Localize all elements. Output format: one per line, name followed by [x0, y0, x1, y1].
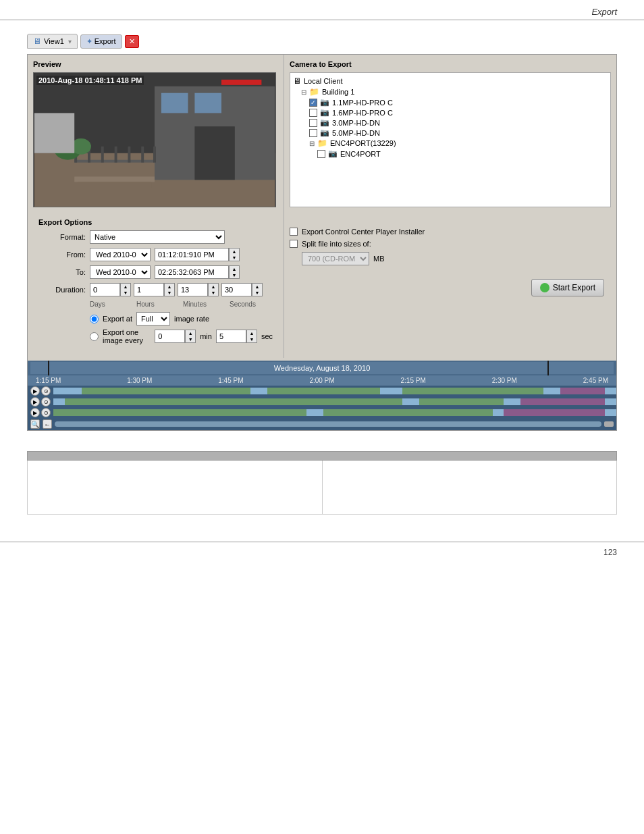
from-row: From: Wed 2010-08-18 ▲ ▼	[38, 248, 273, 261]
seconds-up[interactable]: ▲	[252, 284, 262, 290]
min-arrows: ▲ ▼	[185, 330, 196, 343]
svg-rect-4	[161, 93, 188, 113]
split-size-select[interactable]: 700 (CD-ROM)	[302, 252, 369, 265]
tree-item-cam3[interactable]: 📷 3.0MP-HD-DN	[293, 118, 608, 128]
days-up[interactable]: ▲	[121, 284, 130, 290]
folder-icon: 📁	[309, 87, 319, 97]
tree-item-cam1[interactable]: ✓ 📷 1.1MP-HD-PRO C	[293, 97, 608, 107]
cam2-checkbox[interactable]	[309, 109, 317, 117]
preview-timestamp: 2010-Aug-18 01:48:11 418 PM	[36, 76, 144, 85]
start-export-button[interactable]: Start Export	[531, 279, 604, 296]
from-time-up[interactable]: ▲	[230, 249, 239, 255]
days-unit-label: Days	[90, 301, 130, 308]
cam4-checkbox[interactable]	[309, 129, 317, 137]
svg-rect-15	[78, 182, 151, 187]
minutes-up[interactable]: ▲	[209, 284, 218, 290]
track1-seg1	[82, 388, 250, 394]
zoom-out-btn[interactable]: ←	[43, 419, 52, 429]
tree-item-enc4port-cam[interactable]: 📷 ENC4PORT	[293, 149, 608, 159]
sec-arrows: ▲ ▼	[246, 330, 257, 343]
tab-view1[interactable]: 🖥 View1 ▾	[27, 34, 78, 49]
seconds-input[interactable]	[221, 283, 252, 296]
timeline-time-labels: 1:15 PM 1:30 PM 1:45 PM 2:00 PM 2:15 PM …	[33, 377, 611, 384]
minutes-down[interactable]: ▼	[209, 290, 218, 296]
page-title: Export	[591, 7, 617, 17]
track2-play-btn[interactable]: ▶	[30, 397, 40, 407]
split-file-label: Split file into sizes of:	[302, 240, 371, 248]
seconds-down[interactable]: ▼	[252, 290, 262, 296]
scrollbar-thumb[interactable]	[604, 421, 614, 427]
from-time-input[interactable]	[155, 248, 229, 261]
right-options: Export Control Center Player Installer S…	[290, 228, 611, 265]
cam3-checkbox[interactable]	[309, 119, 317, 127]
table-cell-left	[28, 461, 323, 515]
timeline-scrollbar[interactable]	[55, 421, 601, 427]
building1-expand[interactable]: ⊟	[301, 88, 306, 96]
track2-stop-btn[interactable]: ⊙	[41, 397, 51, 407]
format-select[interactable]: Native AVI MP4	[90, 230, 225, 244]
days-spinner: ▲ ▼	[90, 283, 131, 296]
sec-down[interactable]: ▼	[247, 336, 257, 342]
to-time-down[interactable]: ▼	[230, 272, 239, 278]
timeline-end-marker	[547, 361, 549, 375]
start-export-container: Start Export	[290, 265, 611, 296]
zoom-in-btn[interactable]: 🔍	[30, 419, 40, 429]
to-time-arrows: ▲ ▼	[229, 265, 240, 279]
hours-input[interactable]	[134, 283, 164, 296]
track-row-1: ▶ ⊙	[28, 386, 616, 396]
hours-down[interactable]: ▼	[165, 290, 174, 296]
min-down[interactable]: ▼	[186, 336, 195, 342]
full-select[interactable]: Full	[136, 312, 170, 325]
days-down[interactable]: ▼	[121, 290, 130, 296]
export-one-radio[interactable]	[90, 332, 99, 341]
player-installer-row: Export Control Center Player Installer	[290, 228, 611, 236]
tab-bar: 🖥 View1 ▾ ✦ Export ✕	[27, 34, 617, 49]
minutes-arrows: ▲ ▼	[208, 283, 219, 296]
hours-up[interactable]: ▲	[165, 284, 174, 290]
split-file-checkbox[interactable]	[290, 240, 298, 248]
from-time-spinner: ▲ ▼	[155, 248, 240, 261]
player-installer-checkbox[interactable]	[290, 228, 298, 236]
enc-expand[interactable]: ⊟	[309, 140, 315, 147]
tree-item-cam2[interactable]: 📷 1.6MP-HD-PRO C	[293, 107, 608, 118]
track3-stop-btn[interactable]: ⊙	[41, 408, 51, 417]
tree-item-cam4[interactable]: 📷 5.0MP-HD-DN	[293, 128, 608, 138]
track1-seg4	[560, 388, 606, 394]
building1-label: Building 1	[322, 88, 354, 96]
from-time-down[interactable]: ▼	[230, 255, 239, 261]
days-input[interactable]	[90, 283, 120, 296]
to-time-up[interactable]: ▲	[230, 266, 239, 272]
track1-controls: ▶ ⊙	[28, 386, 53, 396]
local-label: Local Client	[304, 77, 342, 85]
enc-cam-icon: 📷	[328, 149, 338, 158]
minutes-input[interactable]	[178, 283, 208, 296]
track1-stop-btn[interactable]: ⊙	[41, 386, 51, 396]
tree-item-enc4port-group: ⊟ 📁 ENC4PORT(13229)	[293, 138, 608, 149]
sec-up[interactable]: ▲	[247, 330, 257, 336]
camera-tree-box: 🖥 Local Client ⊟ 📁 Building 1 ✓ 📷 1.1MP-…	[290, 72, 611, 207]
timeline-start-marker	[48, 361, 49, 375]
mb-unit-label: MB	[373, 255, 385, 263]
days-arrows: ▲ ▼	[120, 283, 131, 296]
plus-icon: ✦	[86, 37, 92, 46]
export-at-radio[interactable]	[90, 315, 99, 323]
tree-item-local: 🖥 Local Client	[293, 76, 608, 86]
to-time-input[interactable]	[155, 265, 229, 279]
sec-input[interactable]	[216, 330, 246, 343]
min-up[interactable]: ▲	[186, 330, 195, 336]
track1-play-btn[interactable]: ▶	[30, 386, 40, 396]
track2-controls: ▶ ⊙	[28, 397, 53, 407]
from-date-select[interactable]: Wed 2010-08-18	[90, 248, 151, 261]
export-at-radio-row: Export at Full image rate	[90, 312, 273, 325]
min-input[interactable]	[155, 330, 185, 343]
track3-play-btn[interactable]: ▶	[30, 408, 40, 417]
tab-view1-arrow[interactable]: ▾	[68, 38, 72, 45]
preview-area: 2010-Aug-18 01:48:11 418 PM	[33, 72, 276, 207]
enc-cam-checkbox[interactable]	[317, 150, 325, 158]
table-header	[28, 452, 617, 461]
cam1-checkbox[interactable]: ✓	[309, 99, 317, 107]
tab-close-button[interactable]: ✕	[125, 35, 139, 48]
enc-group-label: ENC4PORT(13229)	[330, 139, 396, 147]
tab-export[interactable]: ✦ Export	[80, 34, 122, 49]
to-date-select[interactable]: Wed 2010-08-18	[90, 265, 151, 279]
